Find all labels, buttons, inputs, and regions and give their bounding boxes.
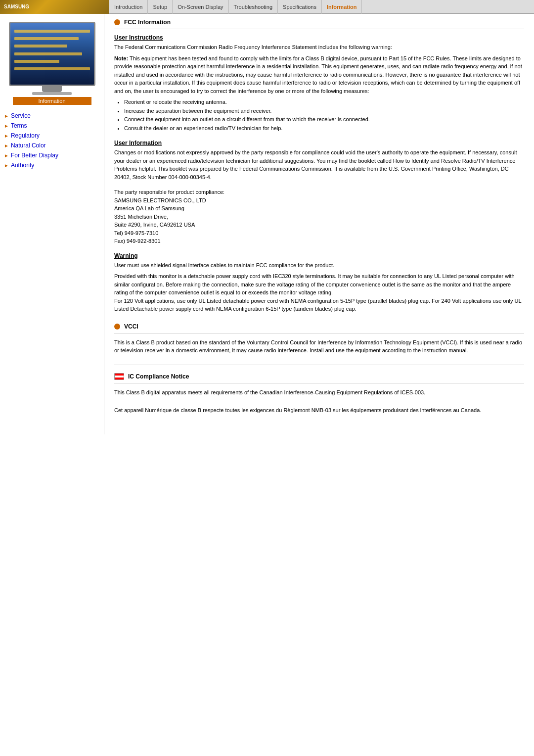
nav-osd[interactable]: On-Screen Display xyxy=(173,0,228,14)
fcc-bullet-list: Reorient or relocate the receiving anten… xyxy=(124,98,524,133)
nav-troubleshooting[interactable]: Troubleshooting xyxy=(229,0,278,14)
monitor-line-4 xyxy=(14,52,83,55)
bullet-item-4: Consult the dealer or an experienced rad… xyxy=(124,124,524,133)
ic-title: IC Compliance Notice xyxy=(128,373,189,380)
page-wrapper: SAMSUNG Introduction Setup On-Screen Dis… xyxy=(0,0,534,756)
user-info-text: Changes or modifications not expressly a… xyxy=(114,148,524,181)
sidebar-item-better-display[interactable]: ► For Better Display xyxy=(0,150,104,160)
monitor-label: Information xyxy=(13,97,91,105)
arrow-icon-regulatory: ► xyxy=(4,133,9,139)
user-instructions-subsection: User Instructions The Federal Communicat… xyxy=(114,34,524,133)
logo: SAMSUNG xyxy=(0,0,109,14)
bullet-item-1: Reorient or relocate the receiving anten… xyxy=(124,98,524,107)
sidebar-link-authority[interactable]: Authority xyxy=(11,162,34,169)
sidebar-link-natural-color[interactable]: Natural Color xyxy=(11,142,46,149)
sidebar-item-natural-color[interactable]: ► Natural Color xyxy=(0,141,104,150)
warning-subsection: Warning User must use shielded signal in… xyxy=(114,252,524,313)
monitor-screen xyxy=(12,25,92,75)
user-info-subsection: User Information Changes or modification… xyxy=(114,140,524,181)
vcci-title: VCCI xyxy=(124,323,138,330)
ic-text1: This Class B digital apparatus meets all… xyxy=(114,388,524,397)
monitor-image-container: Information xyxy=(9,22,95,105)
sidebar-item-authority[interactable]: ► Authority xyxy=(0,160,104,170)
vcci-header: VCCI xyxy=(114,323,524,333)
vcci-text: This is a Class B product based on the s… xyxy=(114,338,524,355)
party-subsection: The party responsible for product compli… xyxy=(114,188,524,245)
nav-setup[interactable]: Setup xyxy=(148,0,173,14)
party-text: The party responsible for product compli… xyxy=(114,188,524,245)
monitor-line-1 xyxy=(14,30,90,33)
bullet-item-2: Increase the separation between the equi… xyxy=(124,107,524,116)
sidebar: Information ► Service ► Terms ► Regulato… xyxy=(0,14,104,434)
arrow-icon-better-display: ► xyxy=(4,153,9,158)
sidebar-link-service[interactable]: Service xyxy=(11,112,31,119)
sidebar-link-regulatory[interactable]: Regulatory xyxy=(11,132,40,139)
monitor-stand xyxy=(42,86,62,92)
ic-header: IC Compliance Notice xyxy=(114,373,524,383)
fcc-header: FCC Information xyxy=(114,19,524,29)
user-instructions-text: The Federal Communications Commission Ra… xyxy=(114,43,524,51)
sidebar-item-service[interactable]: ► Service xyxy=(0,111,104,121)
arrow-icon-terms: ► xyxy=(4,123,9,129)
fcc-section: FCC Information User Instructions The Fe… xyxy=(114,19,524,313)
monitor-line-5 xyxy=(14,60,60,63)
main-layout: Information ► Service ► Terms ► Regulato… xyxy=(0,14,534,434)
monitor-line-2 xyxy=(14,37,79,40)
monitor-lines xyxy=(12,25,92,75)
warning-text2: Provided with this monitor is a detachab… xyxy=(114,272,524,313)
nav-introduction[interactable]: Introduction xyxy=(109,0,148,14)
bullet-item-3: Connect the equipment into an outlet on … xyxy=(124,115,524,124)
vcci-bullet-icon xyxy=(114,324,120,330)
arrow-icon-service: ► xyxy=(4,113,9,119)
ic-flag-icon xyxy=(114,373,124,380)
note-label: Note: xyxy=(114,55,128,61)
sidebar-nav: ► Service ► Terms ► Regulatory ► Natural… xyxy=(0,109,104,172)
logo-text: SAMSUNG xyxy=(4,4,29,9)
warning-text1: User must use shielded signal interface … xyxy=(114,261,524,270)
warning-title: Warning xyxy=(114,252,524,259)
top-nav: SAMSUNG Introduction Setup On-Screen Dis… xyxy=(0,0,534,14)
monitor-line-3 xyxy=(14,45,67,47)
ic-text2: Cet appareil Numérique de classe B respe… xyxy=(114,406,524,415)
fcc-bullet-icon xyxy=(114,19,120,25)
content-area: FCC Information User Instructions The Fe… xyxy=(104,14,534,434)
sidebar-link-better-display[interactable]: For Better Display xyxy=(11,152,58,159)
user-instructions-title: User Instructions xyxy=(114,34,524,41)
ic-section: IC Compliance Notice This Class B digita… xyxy=(114,373,524,415)
monitor-line-6 xyxy=(14,67,90,70)
sidebar-item-terms[interactable]: ► Terms xyxy=(0,121,104,131)
note-body: This equipment has been tested and found… xyxy=(114,55,522,94)
nav-specifications[interactable]: Specifications xyxy=(278,0,322,14)
nav-information[interactable]: Information xyxy=(322,0,362,14)
divider xyxy=(114,365,524,365)
note-text: Note: This equipment has been tested and… xyxy=(114,54,524,95)
user-info-title: User Information xyxy=(114,140,524,146)
sidebar-item-regulatory[interactable]: ► Regulatory xyxy=(0,131,104,141)
sidebar-link-terms[interactable]: Terms xyxy=(11,122,27,129)
monitor-display xyxy=(9,22,95,86)
nav-items: Introduction Setup On-Screen Display Tro… xyxy=(109,0,362,14)
fcc-title: FCC Information xyxy=(124,19,171,26)
vcci-section: VCCI This is a Class B product based on … xyxy=(114,323,524,355)
arrow-icon-natural-color: ► xyxy=(4,143,9,148)
arrow-icon-authority: ► xyxy=(4,163,9,168)
monitor-base xyxy=(32,92,72,95)
